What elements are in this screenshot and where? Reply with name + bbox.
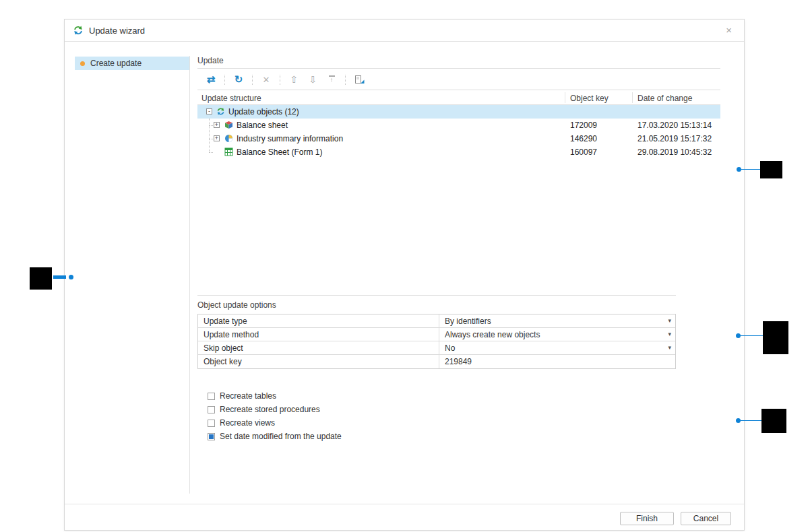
toolbar-separator	[224, 75, 225, 85]
update-type-select[interactable]: By identifiers ▾	[439, 314, 675, 327]
checkbox-label: Set date modified from the update	[220, 432, 342, 441]
pie-chart-icon	[224, 134, 233, 143]
move-down-icon[interactable]: ⇩	[307, 73, 319, 86]
expand-expander-icon[interactable]: +	[214, 122, 220, 128]
move-up-icon[interactable]: ⇧	[288, 73, 300, 86]
callout-dot	[69, 275, 73, 279]
redaction-callout-box	[761, 409, 786, 433]
toolbar-separator	[280, 75, 280, 85]
tree-guide-line	[209, 119, 210, 152]
tree-row-object-key: 172009	[570, 121, 597, 130]
tree-row-object-key: 160097	[570, 147, 597, 157]
option-label: Update method	[198, 328, 439, 341]
checkbox-label: Recreate stored procedures	[220, 405, 320, 414]
checkbox-recreate-views[interactable]: Recreate views	[208, 416, 342, 430]
checkbox-label: Recreate views	[220, 418, 275, 428]
tree-row-balance-sheet[interactable]: + Balance sheet 172009 17.03.2020 15:13:…	[197, 119, 720, 132]
tree-guide-line	[209, 152, 213, 153]
column-separator	[632, 92, 633, 103]
delete-icon[interactable]: ✕	[260, 73, 272, 86]
tree-row-update-objects[interactable]: - Update objects (12)	[197, 105, 720, 119]
sidebar-item-label: Create update	[90, 59, 142, 68]
dialog-titlebar[interactable]: Update wizard	[65, 20, 744, 42]
option-value: 219849	[445, 357, 472, 366]
callout-connector	[741, 169, 760, 170]
chevron-down-icon[interactable]: ▾	[668, 317, 671, 324]
update-objects-icon	[216, 107, 225, 116]
option-row-update-method: Update method Always create new objects …	[198, 328, 675, 341]
update-wizard-dialog: Update wizard × Create update Update ⇄ ↻…	[64, 19, 745, 531]
callout-connector	[741, 420, 761, 421]
option-value: Always create new objects	[445, 330, 540, 339]
tree-row-date: 21.05.2019 15:17:32	[637, 134, 712, 143]
option-label: Update type	[198, 314, 439, 327]
checkbox-recreate-tables[interactable]: Recreate tables	[208, 389, 342, 403]
options-section-divider	[197, 295, 676, 296]
option-label: Skip object	[198, 341, 439, 354]
redaction-callout-box	[763, 321, 788, 354]
expand-expander-icon[interactable]: +	[214, 135, 220, 141]
redaction-callout-box	[30, 267, 52, 290]
option-value: By identifiers	[445, 317, 491, 326]
refresh-icon[interactable]: ↻	[232, 73, 245, 86]
checkbox-icon[interactable]	[208, 420, 215, 427]
skip-object-select[interactable]: No ▾	[439, 341, 675, 354]
recreate-options-group: Recreate tables Recreate stored procedur…	[208, 389, 342, 443]
column-header-date-of-change[interactable]: Date of change	[637, 94, 692, 103]
column-header-object-key[interactable]: Object key	[570, 94, 609, 103]
checkbox-icon[interactable]	[208, 393, 215, 400]
sidebar-item-create-update[interactable]: Create update	[75, 57, 189, 70]
checkbox-set-date-modified[interactable]: Set date modified from the update	[208, 430, 342, 443]
dialog-title: Update wizard	[89, 26, 145, 36]
close-icon[interactable]: ×	[726, 25, 732, 35]
update-section-title: Update	[197, 56, 720, 69]
option-label: Object key	[198, 355, 439, 368]
swap-icon[interactable]: ⇄	[205, 73, 217, 86]
tree-guide-line	[209, 139, 213, 139]
tree-row-label: Balance sheet	[237, 121, 288, 130]
cancel-button[interactable]: Cancel	[681, 512, 731, 525]
move-to-top-icon[interactable]: ↑	[325, 73, 338, 86]
tree-row-label: Balance Sheet (Form 1)	[237, 147, 322, 157]
table-header: Update structure Object key Date of chan…	[197, 90, 720, 105]
tree-row-date: 29.08.2019 10:45:32	[637, 147, 712, 157]
update-structure-table: Update structure Object key Date of chan…	[197, 90, 720, 295]
callout-connector	[741, 335, 763, 336]
tree-row-balance-sheet-form1[interactable]: Balance Sheet (Form 1) 160097 29.08.2019…	[197, 145, 720, 159]
collapse-expander-icon[interactable]: -	[206, 108, 212, 114]
option-row-skip-object: Skip object No ▾	[198, 341, 675, 355]
callout-dot	[736, 418, 741, 423]
checkbox-recreate-stored-procedures[interactable]: Recreate stored procedures	[208, 403, 342, 416]
update-toolbar: ⇄ ↻ ✕ ⇧ ⇩ ↑	[197, 69, 720, 90]
update-method-select[interactable]: Always create new objects ▾	[439, 328, 675, 341]
options-section-title: Object update options	[197, 300, 276, 310]
chevron-down-icon[interactable]: ▾	[668, 331, 671, 337]
column-separator	[565, 92, 565, 103]
object-key-field[interactable]: 219849	[439, 355, 675, 368]
tree-row-industry-summary[interactable]: + Industry summary information 146290 21…	[197, 132, 720, 145]
option-row-update-type: Update type By identifiers ▾	[198, 314, 675, 328]
column-header-update-structure[interactable]: Update structure	[201, 94, 261, 103]
step-status-dot-icon	[80, 61, 85, 66]
cube-icon	[224, 121, 233, 129]
update-wizard-icon	[73, 25, 84, 36]
object-update-options-grid: Update type By identifiers ▾ Update meth…	[197, 314, 676, 369]
tree-row-label: Update objects (12)	[228, 107, 299, 117]
option-value: No	[445, 343, 455, 353]
tree-guide-line	[209, 125, 213, 126]
redaction-callout-box	[760, 161, 782, 178]
checkbox-icon[interactable]	[208, 406, 215, 413]
callout-dot	[737, 167, 741, 172]
checkbox-label: Recreate tables	[220, 391, 276, 401]
tree-row-object-key: 146290	[570, 134, 597, 143]
chevron-down-icon[interactable]: ▾	[668, 344, 671, 351]
open-object-icon[interactable]	[353, 73, 365, 86]
table-icon	[224, 147, 233, 156]
finish-button[interactable]: Finish	[620, 512, 674, 525]
wizard-steps-sidebar: Create update	[75, 56, 190, 494]
checkbox-icon[interactable]	[208, 433, 215, 440]
tree-row-label: Industry summary information	[237, 134, 343, 143]
callout-connector	[53, 275, 66, 279]
toolbar-separator	[252, 75, 253, 85]
callout-dot	[736, 333, 741, 338]
